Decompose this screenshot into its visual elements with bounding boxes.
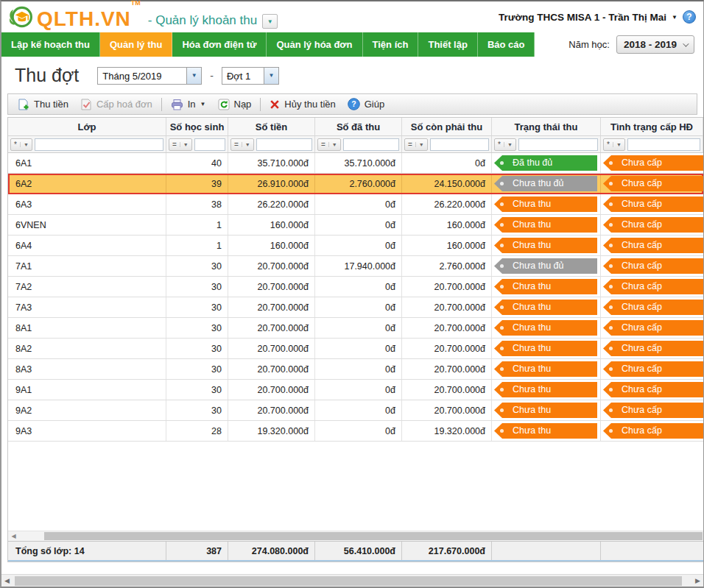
table-row[interactable]: 7A23020.700.000đ0đ20.700.000đChưa thuChư… [8, 277, 703, 297]
filter-input-5[interactable] [518, 138, 598, 151]
period-select[interactable]: Đợt 1 ▼ [222, 67, 279, 85]
badge-dot-icon [500, 367, 504, 371]
svg-text:?: ? [351, 99, 356, 108]
filter-operator-button[interactable]: =▼ [169, 138, 192, 151]
cell-trang-thai-thu: Chưa thu [492, 339, 601, 358]
toolbar-button-giúp[interactable]: ?Giúp [342, 96, 390, 113]
scroll-left-arrow-icon[interactable]: ◀ [8, 533, 19, 539]
column-header-0[interactable]: Lớp [8, 118, 166, 135]
grid-scrollbar-thumb[interactable] [44, 532, 703, 540]
status-badge: Chưa thu [494, 279, 597, 294]
filter-input-4[interactable] [430, 138, 489, 151]
nav-tab-quản-lý-hóa-đơn[interactable]: Quản lý hóa đơn [267, 32, 362, 57]
filter-input-0[interactable] [35, 138, 163, 151]
page-scroll-right-arrow-icon[interactable]: ▶ [692, 577, 703, 584]
red-x-icon [270, 99, 280, 110]
month-select-arrow-icon[interactable]: ▼ [186, 68, 201, 84]
filter-operator-symbol: = [234, 141, 239, 149]
badge-dot-icon [609, 408, 613, 412]
filter-input-2[interactable] [256, 138, 312, 151]
column-header-5[interactable]: Trạng thái thu [492, 118, 601, 135]
filter-operator-button[interactable]: *▼ [603, 138, 625, 151]
filter-operator-arrow-icon: ▼ [328, 142, 337, 147]
grid-empty-area [8, 442, 703, 531]
period-select-arrow-icon[interactable]: ▼ [264, 68, 278, 84]
filter-operator-button[interactable]: =▼ [317, 138, 341, 151]
month-select[interactable]: Tháng 5/2019 ▼ [97, 67, 202, 85]
page-scroll-left-arrow-icon[interactable]: ◀ [1, 577, 13, 584]
status-badge: Chưa cấp [603, 423, 703, 439]
cell-trang-thai-thu: Chưa thu [492, 359, 601, 379]
module-dropdown-button[interactable]: ▼ [262, 14, 278, 29]
filter-operator-button[interactable]: =▼ [230, 138, 254, 151]
toolbar-button-label: Cấp hoá đơn [96, 99, 152, 110]
filter-input-6[interactable] [627, 138, 700, 151]
grid-horizontal-scrollbar[interactable]: ◀ [8, 531, 703, 541]
cell-so-tien: 20.700.000đ [228, 297, 315, 317]
badge-dot-icon [500, 223, 504, 227]
table-row[interactable]: 6VNEN1160.000đ0đ160.000đChưa thuChưa cấp [8, 215, 703, 235]
column-header-2[interactable]: Số tiền [228, 118, 315, 135]
nav-tab-hóa-đơn-điện-tử[interactable]: Hóa đơn điện tử [172, 32, 267, 57]
summary-empty-1 [492, 542, 601, 560]
status-badge: Chưa thu [494, 341, 597, 356]
table-row[interactable]: 6A23926.910.000đ2.760.000đ24.150.000đChư… [8, 174, 703, 194]
cell-trang-thai-thu: Chưa thu đủ [492, 256, 601, 276]
toolbar-button-nạp[interactable]: Nạp [212, 96, 258, 113]
filter-operator-button[interactable]: *▼ [494, 138, 516, 151]
table-row[interactable]: 6A33826.220.000đ0đ26.220.000đChưa thuChư… [8, 194, 703, 215]
user-menu[interactable]: Trường THCS MISA 1 - Trần Thị Mai ▼ ? [499, 10, 696, 24]
page-scrollbar-thumb[interactable] [15, 576, 682, 586]
filter-operator-button[interactable]: *▼ [10, 138, 32, 151]
filter-cell-0: *▼ [8, 136, 166, 152]
toolbar-button-in[interactable]: In▼ [165, 96, 212, 113]
filter-cell-1: =▼ [166, 136, 228, 152]
status-badge: Chưa cấp [603, 258, 703, 274]
table-row[interactable]: 6A14035.710.000đ35.710.000đ0đĐã thu đủCh… [8, 153, 703, 174]
table-row[interactable]: 8A23020.700.000đ0đ20.700.000đChưa thuChư… [8, 339, 703, 359]
table-row[interactable]: 8A33020.700.000đ0đ20.700.000đChưa thuChư… [8, 359, 703, 380]
table-row[interactable]: 6A41160.000đ0đ160.000đChưa thuChưa cấp [8, 235, 703, 256]
filter-input-3[interactable] [343, 138, 399, 151]
status-badge: Chưa thu đủ [494, 258, 597, 274]
nav-tab-báo-cáo[interactable]: Báo cáo [478, 32, 535, 57]
cell-tinh-trang-cap-hd: Chưa cấp [601, 297, 703, 317]
nav-tab-lập-kế-hoạch-thu[interactable]: Lập kế hoạch thu [1, 32, 100, 57]
status-badge: Chưa cấp [603, 341, 703, 356]
filter-cell-4: =▼ [402, 136, 492, 152]
cell-trang-thai-thu: Chưa thu [492, 380, 601, 400]
user-caret-icon: ▼ [672, 14, 677, 21]
column-header-1[interactable]: Số học sinh [166, 118, 228, 135]
nav-tab-quản-lý-thu[interactable]: Quản lý thu [100, 32, 173, 57]
help-icon[interactable]: ? [683, 10, 696, 24]
qlth-logo-icon [7, 4, 34, 30]
cell-so-tien: 160.000đ [228, 215, 315, 235]
cell-so-tien: 26.220.000đ [228, 194, 315, 214]
filter-input-1[interactable] [194, 138, 225, 151]
table-row[interactable]: 9A23020.700.000đ0đ20.700.000đChưa thuChư… [8, 400, 703, 421]
status-badge: Chưa cấp [603, 403, 703, 418]
toolbar-button-hủy-thu-tiền[interactable]: Hủy thu tiền [264, 96, 341, 112]
cell-trang-thai-thu: Đã thu đủ [492, 153, 601, 173]
page-horizontal-scrollbar[interactable]: ◀ ▶ [1, 574, 703, 587]
school-year-select[interactable]: 2018 - 2019 [616, 35, 694, 54]
filter-operator-button[interactable]: =▼ [404, 138, 428, 151]
status-badge: Chưa cấp [603, 300, 703, 315]
table-row[interactable]: 7A33020.700.000đ0đ20.700.000đChưa thuChư… [8, 297, 703, 318]
status-badge: Chưa thu [494, 382, 597, 397]
cell-trang-thai-thu: Chưa thu [492, 297, 601, 317]
column-header-3[interactable]: Số đã thu [315, 118, 402, 135]
table-row[interactable]: 8A13020.700.000đ0đ20.700.000đChưa thuChư… [8, 318, 703, 339]
status-badge: Chưa thu [494, 423, 597, 439]
column-header-6[interactable]: Tình trạng cấp HĐ [601, 118, 703, 135]
table-row[interactable]: 9A32819.320.000đ0đ19.320.000đChưa thuChư… [8, 421, 703, 442]
table-row[interactable]: 9A13020.700.000đ0đ20.700.000đChưa thuChư… [8, 380, 703, 400]
toolbar: Thu tiềnCấp hoá đơnIn▼NạpHủy thu tiền?Gi… [7, 93, 697, 115]
table-row[interactable]: 7A13020.700.000đ17.940.000đ2.760.000đChư… [8, 256, 703, 277]
column-header-4[interactable]: Số còn phải thu [402, 118, 492, 135]
badge-dot-icon [500, 326, 504, 330]
filter-operator-symbol: = [172, 141, 177, 149]
nav-tab-thiết-lập[interactable]: Thiết lập [418, 32, 477, 57]
nav-tab-tiện-ích[interactable]: Tiện ích [363, 32, 419, 57]
toolbar-button-thu-tiền[interactable]: Thu tiền [12, 96, 74, 113]
